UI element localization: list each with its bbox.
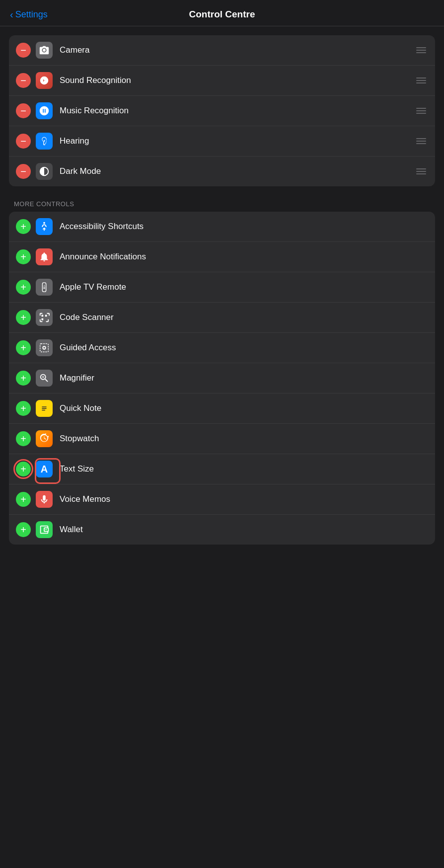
text-size-icon: A <box>36 461 53 477</box>
announce-notifications-label: Announce Notifications <box>60 252 428 262</box>
add-text-size-button[interactable]: + <box>16 462 31 476</box>
list-item[interactable]: − Hearing <box>9 126 435 157</box>
list-item[interactable]: + Code Scanner <box>9 303 435 333</box>
dark-mode-label: Dark Mode <box>60 166 414 176</box>
guided-access-label: Guided Access <box>60 343 428 353</box>
svg-point-2 <box>44 285 45 286</box>
remove-camera-button[interactable]: − <box>16 43 31 58</box>
back-chevron-icon: ‹ <box>10 9 13 20</box>
list-item[interactable]: + Announce Notifications <box>9 242 435 272</box>
list-item[interactable]: − Sound Recognition <box>9 66 435 96</box>
page-title: Control Centre <box>189 9 255 20</box>
remove-dark-mode-button[interactable]: − <box>16 164 31 179</box>
add-announce-notifications-button[interactable]: + <box>16 249 31 264</box>
add-accessibility-shortcuts-button[interactable]: + <box>16 219 31 234</box>
add-wallet-button[interactable]: + <box>16 522 31 537</box>
sound-recognition-label: Sound Recognition <box>60 76 414 85</box>
list-item[interactable]: − Camera <box>9 35 435 66</box>
svg-rect-5 <box>40 344 49 352</box>
music-recognition-icon <box>36 102 53 119</box>
guided-access-icon <box>36 339 53 356</box>
text-size-label: Text Size <box>60 464 428 474</box>
add-code-scanner-button[interactable]: + <box>16 310 31 325</box>
add-voice-memos-button[interactable]: + <box>16 492 31 507</box>
list-item[interactable]: + Accessibility Shortcuts <box>9 212 435 242</box>
text-size-list-item[interactable]: + A Text Size <box>9 454 435 484</box>
accessibility-shortcuts-label: Accessibility Shortcuts <box>60 222 428 232</box>
hearing-icon <box>36 133 53 150</box>
wallet-icon <box>36 521 53 538</box>
voice-memos-label: Voice Memos <box>60 494 428 504</box>
list-item[interactable]: + Voice Memos <box>9 484 435 515</box>
svg-rect-4 <box>43 288 45 289</box>
list-item[interactable]: − Music Recognition <box>9 96 435 126</box>
add-quick-note-button[interactable]: + <box>16 401 31 416</box>
camera-icon <box>36 42 53 59</box>
add-stopwatch-button[interactable]: + <box>16 431 31 446</box>
list-item[interactable]: − Dark Mode <box>9 157 435 186</box>
svg-point-0 <box>43 222 45 224</box>
apple-tv-remote-label: Apple TV Remote <box>60 282 428 292</box>
back-button[interactable]: ‹ Settings <box>10 9 48 20</box>
list-item[interactable]: + Guided Access <box>9 333 435 363</box>
drag-handle[interactable] <box>414 136 428 146</box>
code-scanner-label: Code Scanner <box>60 313 428 322</box>
add-guided-access-button[interactable]: + <box>16 340 31 355</box>
magnifier-icon <box>36 370 53 387</box>
sound-recognition-icon <box>36 72 53 89</box>
music-recognition-label: Music Recognition <box>60 106 414 116</box>
accessibility-shortcuts-icon <box>36 218 53 235</box>
included-controls-section: − Camera − Sound Recognition <box>9 35 435 186</box>
more-controls-label: MORE CONTROLS <box>9 200 435 212</box>
remove-music-recognition-button[interactable]: − <box>16 103 31 118</box>
add-apple-tv-remote-button[interactable]: + <box>16 280 31 295</box>
list-item[interactable]: + Wallet <box>9 515 435 545</box>
drag-handle[interactable] <box>414 166 428 176</box>
navigation-header: ‹ Settings Control Centre <box>0 0 444 26</box>
remove-hearing-button[interactable]: − <box>16 134 31 149</box>
wallet-label: Wallet <box>60 525 428 535</box>
quick-note-label: Quick Note <box>60 403 428 413</box>
more-controls-section: MORE CONTROLS + Accessibility Shortcuts … <box>9 200 435 545</box>
list-item[interactable]: + Quick Note <box>9 394 435 424</box>
dark-mode-icon <box>36 163 53 180</box>
code-scanner-icon <box>36 309 53 326</box>
apple-tv-remote-icon <box>36 279 53 296</box>
voice-memos-icon <box>36 491 53 508</box>
stopwatch-label: Stopwatch <box>60 434 428 444</box>
drag-handle[interactable] <box>414 106 428 116</box>
included-controls-list: − Camera − Sound Recognition <box>9 35 435 186</box>
list-item[interactable]: + Stopwatch <box>9 424 435 454</box>
list-item[interactable]: + Magnifier <box>9 363 435 394</box>
remove-sound-recognition-button[interactable]: − <box>16 73 31 88</box>
back-label: Settings <box>15 9 48 20</box>
announce-notifications-icon <box>36 248 53 265</box>
svg-rect-3 <box>43 287 45 287</box>
add-magnifier-button[interactable]: + <box>16 371 31 386</box>
drag-handle[interactable] <box>414 76 428 85</box>
svg-point-7 <box>46 529 47 530</box>
more-controls-list: + Accessibility Shortcuts + Announce Not… <box>9 212 435 545</box>
hearing-label: Hearing <box>60 136 414 146</box>
list-item[interactable]: + Apple TV Remote <box>9 272 435 303</box>
drag-handle[interactable] <box>414 45 428 55</box>
stopwatch-icon <box>36 430 53 447</box>
camera-label: Camera <box>60 45 414 55</box>
quick-note-icon <box>36 400 53 417</box>
magnifier-label: Magnifier <box>60 373 428 383</box>
